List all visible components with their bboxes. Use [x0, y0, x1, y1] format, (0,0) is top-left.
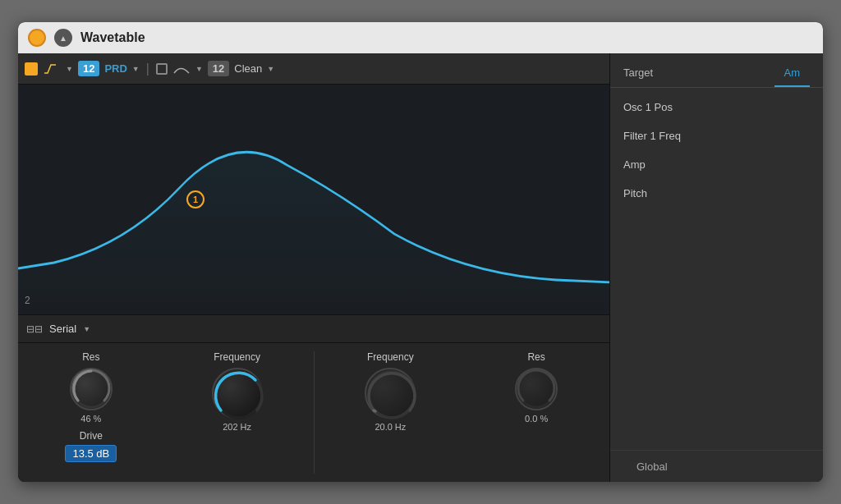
filter-controls: Res 46 % [18, 342, 609, 482]
prd-label: PRD [104, 62, 126, 75]
global-section: Global [610, 450, 823, 482]
env-dropdown-icon[interactable]: ▼ [66, 65, 73, 73]
right-panel-spacer [610, 213, 823, 450]
left-panel: ▼ 12 PRD ▼ | ▼ 12 Clean ▼ [18, 53, 609, 482]
title-circle-icon [28, 29, 46, 47]
curve-icon[interactable] [172, 62, 191, 76]
target-item-pitch[interactable]: Pitch [610, 179, 823, 208]
loop-type-button[interactable] [156, 63, 168, 75]
freq1-knob-container[interactable] [212, 368, 263, 419]
title-triangle-icon: ▲ [54, 29, 72, 47]
target-item-amp[interactable]: Amp [610, 150, 823, 179]
target-label: Target [623, 62, 653, 87]
target-item-osc1pos[interactable]: Osc 1 Pos [610, 93, 823, 121]
filter2-res-section: Res 0.0 % [463, 351, 609, 474]
freq2-knob-container[interactable] [365, 368, 416, 419]
serial-bar: ⊟⊟ Serial ▼ [18, 314, 609, 342]
filter-divider [314, 351, 315, 474]
res2-label: Res [527, 351, 545, 363]
drive-section: Drive 13.5 dB [65, 430, 117, 462]
env-type-button[interactable] [25, 62, 38, 76]
right-panel-header: Target Am [610, 53, 823, 88]
left-panel-wrapper: ▼ 12 PRD ▼ | ▼ 12 Clean ▼ [18, 53, 609, 482]
toolbar: ▼ 12 PRD ▼ | ▼ 12 Clean ▼ [18, 53, 609, 85]
plugin-body: ▼ 12 PRD ▼ | ▼ 12 Clean ▼ [18, 53, 823, 482]
res1-label: Res [82, 351, 99, 363]
filter1-freq-section: Frequency 202 Hz [164, 351, 310, 474]
res1-knob[interactable] [70, 368, 113, 410]
res2-arc-svg [515, 368, 558, 410]
env-number-1[interactable]: 12 [78, 61, 99, 76]
global-label: Global [623, 452, 681, 481]
res1-arc-svg [70, 368, 113, 410]
plugin-window: ▲ Wavetable [18, 22, 823, 482]
freq1-knob[interactable] [212, 368, 263, 419]
envelope-display[interactable]: 1 2 [18, 85, 609, 314]
envelope-point-1[interactable]: 1 [186, 190, 205, 208]
filter1-res-section: Res 46 % [18, 351, 164, 474]
freq2-knob[interactable] [365, 368, 416, 419]
freq1-arc-svg [212, 368, 266, 422]
envelope-point-2[interactable]: 2 [25, 295, 30, 306]
target-list: Osc 1 Pos Filter 1 Freq Amp Pitch [610, 88, 823, 213]
title-bar: ▲ Wavetable [18, 22, 823, 53]
right-panel: Target Am Osc 1 Pos Filter 1 Freq Amp Pi… [609, 53, 823, 482]
clean-label: Clean [234, 62, 262, 75]
res2-knob[interactable] [515, 368, 558, 410]
serial-label: Serial [49, 323, 76, 335]
envelope-curve-svg [18, 85, 609, 314]
target-item-filter1freq[interactable]: Filter 1 Freq [610, 121, 823, 150]
serial-icon: ⊟⊟ [26, 323, 43, 335]
res1-group: Res 46 % [70, 351, 113, 424]
curve-dropdown-icon[interactable]: ▼ [195, 65, 203, 73]
res1-value: 46 % [80, 414, 101, 424]
drive-value[interactable]: 13.5 dB [65, 445, 117, 462]
env-shape-icon[interactable] [43, 62, 61, 76]
freq1-label: Frequency [214, 351, 260, 363]
toolbar-separator: | [146, 62, 149, 76]
tab-amp[interactable]: Am [774, 62, 811, 87]
clean-dropdown-icon[interactable]: ▼ [267, 65, 274, 73]
env-number-2[interactable]: 12 [208, 61, 229, 76]
freq2-label: Frequency [367, 351, 414, 363]
res1-knob-container[interactable] [70, 368, 113, 410]
res2-knob-container[interactable] [515, 368, 558, 410]
serial-dropdown-icon[interactable]: ▼ [83, 325, 90, 333]
plugin-title: Wavetable [80, 30, 145, 45]
freq2-value: 20.0 Hz [375, 422, 406, 432]
drive-label: Drive [80, 430, 103, 442]
freq1-value: 202 Hz [223, 422, 251, 432]
filter2-freq-section: Frequency 20.0 Hz [318, 351, 464, 474]
freq2-arc-svg [365, 368, 419, 422]
prd-dropdown-icon[interactable]: ▼ [132, 65, 140, 73]
res2-value: 0.0 % [525, 414, 548, 424]
